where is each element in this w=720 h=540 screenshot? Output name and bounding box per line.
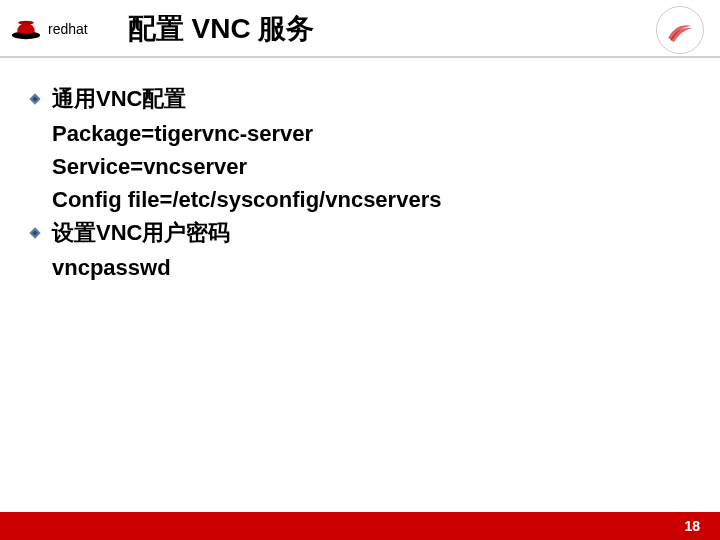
swoosh-icon xyxy=(662,12,698,48)
redhat-brand-text: redhat xyxy=(48,21,88,37)
redhat-hat-icon xyxy=(10,18,42,40)
bullet-item: 设置VNC用户密码 xyxy=(28,216,700,249)
slide-header: redhat 配置 VNC 服务 xyxy=(0,0,720,58)
bullet-item: 通用VNC配置 xyxy=(28,82,700,115)
sub-line: Config file=/etc/sysconfig/vncservers xyxy=(28,183,700,216)
diamond-bullet-icon xyxy=(28,226,42,240)
page-number: 18 xyxy=(684,518,700,534)
sub-line: Service=vncserver xyxy=(28,150,700,183)
redhat-logo: redhat xyxy=(10,18,88,40)
slide-title: 配置 VNC 服务 xyxy=(128,10,315,48)
slide-footer: 18 xyxy=(0,512,720,540)
sub-line: vncpasswd xyxy=(28,251,700,284)
sub-line: Package=tigervnc-server xyxy=(28,117,700,150)
svg-point-1 xyxy=(18,21,34,25)
corner-logo xyxy=(656,6,704,54)
slide-content: 通用VNC配置 Package=tigervnc-server Service=… xyxy=(0,58,720,284)
bullet-heading: 设置VNC用户密码 xyxy=(52,216,230,249)
diamond-bullet-icon xyxy=(28,92,42,106)
bullet-heading: 通用VNC配置 xyxy=(52,82,186,115)
